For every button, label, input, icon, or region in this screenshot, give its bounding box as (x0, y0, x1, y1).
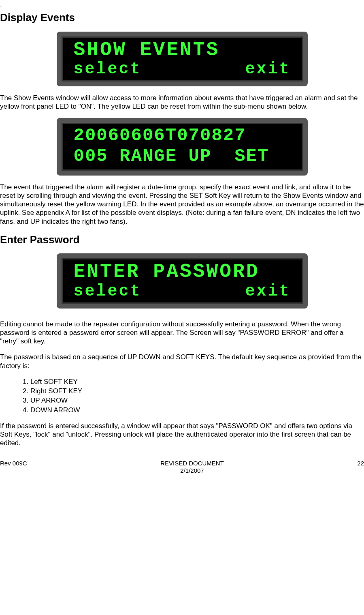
lcd-softkey-left: select (74, 61, 142, 77)
paragraph-event-detail: The event that triggered the alarm will … (0, 183, 364, 226)
heading-enter-password: Enter Password (0, 233, 364, 246)
list-item: 4. DOWN ARROW (23, 406, 364, 414)
lcd-softkey-right: exit (245, 283, 290, 300)
lcd-line1: SHOW EVENTS (74, 39, 291, 61)
list-item: 3. UP ARROW (23, 396, 364, 405)
heading-display-events: Display Events (0, 11, 364, 24)
paragraph-show-events: The Show Events window will allow access… (0, 94, 364, 111)
list-item: 1. Left SOFT KEY (23, 377, 364, 386)
footer-rev: Rev 009C (0, 460, 27, 475)
list-item: 2. Right SOFT KEY (23, 387, 364, 395)
lcd-show-events: SHOW EVENTS select exit (0, 32, 364, 86)
stray-period: . (0, 0, 364, 9)
footer-page-number: 22 (357, 460, 364, 475)
lcd-timestamp: 20060606T070827 (74, 125, 291, 146)
password-key-list: 1. Left SOFT KEY 2. Right SOFT KEY 3. UP… (23, 377, 364, 414)
page-footer: Rev 009C REVISED DOCUMENT 2/1/2007 22 (0, 460, 364, 475)
lcd-event-detail: 20060606T070827 005 RANGE UP SET (0, 118, 364, 175)
lcd-enter-password: ENTER PASSWORD select exit (0, 253, 364, 308)
footer-title: REVISED DOCUMENT (160, 460, 224, 467)
footer-date: 2/1/2007 (160, 467, 224, 475)
lcd-softkey-left: select (74, 283, 142, 300)
paragraph-password-sequence: The password is based on a sequence of U… (0, 353, 364, 370)
lcd-event-line: 005 RANGE UP SET (74, 146, 291, 167)
paragraph-password-intro: Editing cannot be made to the repeater c… (0, 320, 364, 346)
lcd-line1: ENTER PASSWORD (74, 261, 291, 283)
paragraph-password-ok: If the password is entered successfully,… (0, 422, 364, 448)
lcd-softkey-right: exit (245, 61, 290, 77)
